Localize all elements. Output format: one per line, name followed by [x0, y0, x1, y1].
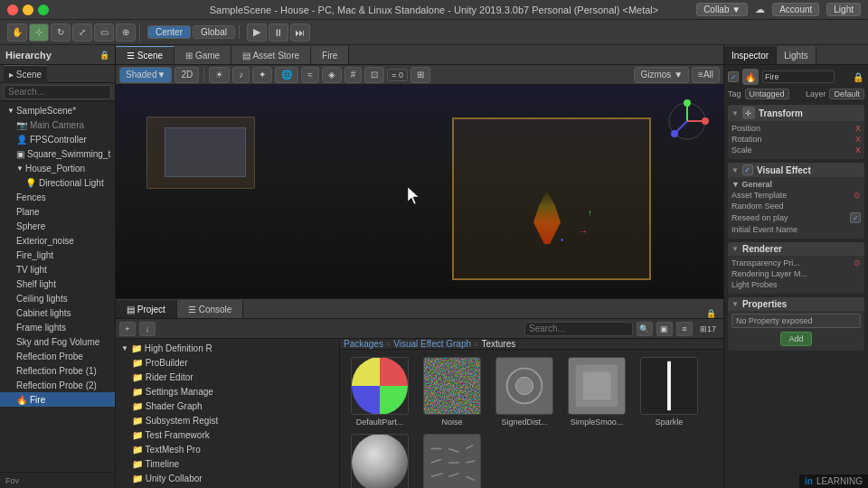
x-axis-handle[interactable]: → — [579, 226, 588, 236]
folder-timeline[interactable]: 📁 Timeline — [116, 456, 339, 471]
properties-header[interactable]: ▼ Properties — [728, 297, 864, 311]
2d-button[interactable]: 2D — [175, 67, 199, 83]
light-toggle[interactable]: ☀ — [209, 67, 230, 83]
asset-vectorfield[interactable]: vectorfield — [420, 434, 485, 488]
account-button[interactable]: Account — [772, 3, 819, 16]
play-button[interactable]: ▶ — [247, 23, 267, 42]
hier-item-fpscontroller[interactable]: 👤FPSController — [0, 132, 115, 146]
hier-item-reflprobe2[interactable]: Reflection Probe (1) — [0, 363, 115, 378]
tab-scene[interactable]: ☰ Scene — [116, 46, 175, 64]
gameobject-name-field[interactable] — [762, 70, 835, 83]
panel-lock-icon[interactable]: 🔒 — [706, 309, 716, 318]
hier-item-skyfog[interactable]: Sky and Fog Volume — [0, 334, 115, 349]
tab-lights[interactable]: Lights — [777, 46, 816, 64]
shaded-button[interactable]: Shaded ▼ — [119, 67, 172, 83]
tab-console[interactable]: ☰ Console — [177, 300, 243, 318]
center-button[interactable]: Center — [147, 25, 191, 39]
hier-item-sphere[interactable]: Sphere — [0, 219, 115, 233]
asset-simplesmo[interactable]: SimpleSmoo... — [564, 357, 629, 427]
rotate-tool[interactable]: ↻ — [51, 23, 71, 42]
hier-item-reflprobe1[interactable]: Reflection Probe — [0, 349, 115, 363]
import-button[interactable]: ↓ — [139, 322, 156, 336]
reseed-checkbox[interactable] — [850, 212, 861, 223]
move-tool[interactable]: ⊹ — [29, 23, 49, 42]
hier-item-tvlight[interactable]: TV light — [0, 262, 115, 277]
tab-game[interactable]: ⊞ Game — [175, 46, 231, 64]
asset-signeddist[interactable]: SignedDist... — [492, 357, 557, 427]
hier-item-ceilinglights[interactable]: Ceiling lights — [0, 291, 115, 305]
transform-tool[interactable]: ⊕ — [116, 23, 136, 42]
asset-search-input[interactable] — [524, 322, 633, 336]
folder-highdef[interactable]: ▼📁 High Definition R — [116, 341, 339, 355]
hier-item-square[interactable]: ▣Square_Swimming_t — [0, 146, 115, 161]
gizmos-button[interactable]: Gizmos ▼ — [634, 67, 689, 83]
z-axis-handle[interactable]: • — [561, 235, 564, 245]
hier-item-dirlight[interactable]: 💡Directional Light — [0, 175, 115, 190]
hier-item-house[interactable]: ▼House_Portion — [0, 161, 115, 175]
rotation-reset[interactable]: X — [855, 135, 861, 144]
hierarchy-search-input[interactable] — [4, 85, 111, 99]
search-icon[interactable]: 🔍 — [637, 322, 653, 336]
scale-tool[interactable]: ⤢ — [72, 23, 92, 42]
hier-item-fences[interactable]: Fences — [0, 190, 115, 204]
snap-btn[interactable]: ⊞ — [410, 67, 430, 83]
tab-project[interactable]: ▤ Project — [116, 300, 177, 318]
lights-button[interactable]: Light — [826, 3, 861, 16]
step-button[interactable]: ⏭ — [290, 23, 310, 42]
ve-enable-toggle[interactable] — [742, 164, 753, 175]
folder-textmesh[interactable]: 📁 TextMesh Pro — [116, 442, 339, 456]
hierarchy-scene-tab[interactable]: ▸ Scene — [4, 65, 47, 83]
scale-reset[interactable]: X — [855, 145, 861, 155]
pause-button[interactable]: ⏸ — [269, 23, 288, 42]
tab-inspector[interactable]: Inspector — [724, 46, 777, 64]
maximize-button[interactable] — [38, 5, 49, 15]
fx-toggle[interactable]: ✦ — [252, 67, 272, 83]
transform-header[interactable]: ▼ ⊹ Transform — [728, 105, 864, 121]
hier-item-framelights[interactable]: Frame lights — [0, 320, 115, 334]
folder-unitycollaborate[interactable]: 📁 Unity Collabor — [116, 471, 339, 485]
hierarchy-lock-icon[interactable]: 🔒 — [99, 51, 109, 60]
hier-item-plane[interactable]: Plane — [0, 204, 115, 219]
asset-defaultpart[interactable]: DefaultPart... — [347, 357, 412, 427]
grid-toggle[interactable]: # — [344, 67, 363, 83]
tab-fire[interactable]: Fire — [311, 46, 349, 64]
collab-button[interactable]: Collab ▼ — [696, 3, 748, 16]
flare-toggle[interactable]: ◈ — [322, 67, 342, 83]
minimize-button[interactable] — [23, 5, 33, 15]
renderer-header[interactable]: ▼ Renderer — [728, 242, 864, 256]
hand-tool[interactable]: ✋ — [7, 23, 27, 42]
hier-item-fire[interactable]: 🔥Fire — [0, 392, 115, 407]
breadcrumb-packages[interactable]: Packages — [344, 339, 383, 349]
y-axis-handle[interactable]: ↑ — [588, 208, 592, 218]
add-asset-button[interactable]: + — [119, 322, 136, 336]
breadcrumb-vfxgraph[interactable]: Visual Effect Graph — [393, 339, 471, 349]
folder-shadergraph[interactable]: 📁 Shader Graph — [116, 399, 339, 413]
folder-testframework[interactable]: 📁 Test Framework — [116, 427, 339, 442]
scene-gizmo-widget[interactable] — [660, 94, 714, 148]
rect-tool[interactable]: ▭ — [94, 23, 114, 42]
hier-item-shelflight[interactable]: Shelf light — [0, 277, 115, 291]
nav-toggle[interactable]: ⊡ — [364, 67, 384, 83]
transparency-val[interactable]: ⊙ — [854, 258, 861, 267]
position-reset[interactable]: X — [855, 124, 861, 133]
folder-rider[interactable]: 📁 Rider Editor — [116, 370, 339, 384]
hier-item-exterior[interactable]: Exterior_noise — [0, 233, 115, 248]
layer-value[interactable]: Default — [829, 89, 864, 99]
audio-toggle[interactable]: ♪ — [232, 67, 250, 83]
global-button[interactable]: Global — [193, 25, 235, 39]
visual-effect-header[interactable]: ▼ Visual Effect — [728, 163, 864, 177]
filter-button[interactable]: ▣ — [656, 322, 673, 336]
folder-settings[interactable]: 📁 Settings Manage — [116, 384, 339, 399]
close-button[interactable] — [7, 5, 18, 15]
folder-probuilder[interactable]: 📁 ProBuilder — [116, 355, 339, 370]
list-view-button[interactable]: ≡ — [676, 322, 693, 336]
all-button[interactable]: ≡All — [692, 67, 720, 83]
viewport[interactable]: → ↑ • — [116, 85, 723, 298]
asset-sphere[interactable]: Sphere — [347, 434, 412, 488]
folder-subsystem[interactable]: 📁 Subsystem Regist — [116, 413, 339, 427]
gameobject-active-toggle[interactable] — [728, 71, 739, 82]
hier-item-cabinetlights[interactable]: Cabinet lights — [0, 305, 115, 320]
asset-sparkle[interactable]: Sparkle — [637, 357, 702, 427]
hier-item-firelight[interactable]: Fire_light — [0, 248, 115, 262]
hier-item-samplescene[interactable]: ▼SampleScene* — [0, 103, 115, 117]
